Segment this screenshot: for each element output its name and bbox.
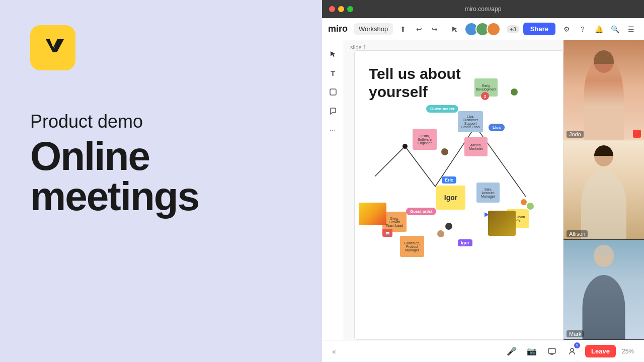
video-name-3: Mark [567, 330, 584, 337]
board-avatar-1 [440, 147, 449, 156]
video-panel-1: Jodo 🚫 [564, 40, 644, 140]
collaborator-avatars [464, 22, 501, 36]
canvas-area[interactable]: slide 1 Tell us about yourself Justin, S… [344, 40, 564, 340]
pill-guest-artist: Guest artist [406, 208, 436, 215]
redo-button[interactable]: ↪ [429, 22, 441, 36]
green-dot [511, 88, 518, 96]
bottom-bar: « 🎤 📷 9 Leave 25% [322, 340, 644, 362]
notification-badge: 2 [481, 92, 489, 100]
undo-button[interactable]: ↩ [413, 22, 425, 36]
camera-button[interactable]: 📷 [525, 344, 539, 358]
mic-button[interactable]: 🎤 [505, 344, 519, 358]
video-name-2: Allison [567, 230, 588, 237]
right-panel: miro.com/app miro Workshop ⬆ ↩ ↪ +3 Shar… [322, 0, 644, 362]
svg-point-1 [403, 144, 408, 149]
sticky-lisa-cs: Lisa, Customer Support Brand Lead [458, 111, 483, 132]
extra-collaborators-badge: +3 [507, 25, 519, 33]
board-avatar-2 [436, 229, 445, 238]
canvas-board[interactable]: Tell us about yourself Justin, Software … [354, 50, 564, 340]
board-avatar-igor [444, 222, 453, 231]
blue-cursor: ▶ [485, 211, 489, 218]
minimize-dot[interactable] [338, 6, 344, 12]
workshop-tab[interactable]: Workshop [354, 23, 393, 35]
main-title: Online meetings [30, 136, 292, 217]
cursor-eric: Eric [442, 176, 456, 184]
participant-count-badge: 9 [574, 342, 580, 348]
board-avatar-3 [526, 202, 535, 211]
left-panel: Product demo Online meetings [0, 0, 322, 362]
video-panels: Jodo 🚫 Allison [564, 40, 644, 340]
miro-logo [30, 25, 75, 70]
red-badge: 📩 [382, 229, 392, 237]
main-content: T ··· slide 1 Tell us about yourself [322, 40, 644, 340]
upload-button[interactable]: ⬆ [397, 22, 409, 36]
photo-nature [488, 211, 516, 236]
browser-window-controls [329, 6, 353, 12]
search-icon[interactable]: 🔍 [608, 22, 622, 36]
slide-label: slide 1 [350, 44, 366, 50]
more-tools[interactable]: ··· [325, 122, 342, 139]
video-name-1: Jodo [567, 131, 584, 138]
miro-toolbar: miro Workshop ⬆ ↩ ↪ +3 Share ⚙ ? 🔔 🔍 ☰ [322, 18, 644, 40]
help-icon[interactable]: ? [576, 22, 590, 36]
maximize-dot[interactable] [347, 6, 353, 12]
miro-logo-icon [40, 36, 66, 60]
pill-lisa: Lisa [489, 124, 505, 131]
sticky-allison: Allison, Marketer [464, 137, 488, 156]
sticky-san: San, Account Manager [476, 183, 500, 203]
sticky-justin: Justin, Software Engineer [413, 129, 437, 150]
pill-guest-maker: Guest maker [426, 105, 458, 113]
sticky-gonzalez: Gonzalez, Product Manager [400, 236, 424, 257]
tools-sidebar: T ··· [322, 40, 344, 340]
sticky-note-tool[interactable] [325, 83, 342, 101]
browser-url: miro.com/app [465, 6, 502, 13]
orange-dot [521, 199, 527, 205]
zoom-level: 25% [622, 348, 638, 355]
sticky-igor: Igor [436, 186, 465, 210]
screen-share-button[interactable] [545, 344, 559, 358]
video-panel-3: Mark [564, 240, 644, 340]
participants-button[interactable]: 9 [565, 344, 579, 358]
video-panel-2: Allison [564, 140, 644, 240]
product-demo-label: Product demo [30, 111, 292, 132]
select-tool[interactable] [325, 45, 342, 62]
settings-icon[interactable]: ⚙ [559, 22, 574, 36]
leave-button[interactable]: Leave [585, 345, 616, 357]
close-dot[interactable] [329, 6, 335, 12]
avatar-3 [487, 22, 501, 36]
toolbar-right-icons: ⚙ ? 🔔 🔍 ☰ [559, 22, 638, 36]
mute-icon: 🚫 [633, 130, 641, 138]
miro-brand: miro [328, 24, 348, 34]
comment-tool[interactable] [325, 103, 342, 120]
svg-rect-0 [330, 89, 336, 95]
share-button[interactable]: Share [523, 23, 555, 35]
board-title: Tell us about yourself [369, 65, 461, 101]
text-tool[interactable]: T [325, 64, 342, 81]
cursor-tool-button[interactable] [449, 22, 461, 36]
photo-yellow [359, 203, 386, 225]
svg-rect-2 [548, 348, 555, 353]
cursor-igor: Igor [458, 239, 472, 246]
svg-point-3 [571, 348, 574, 351]
sidebar-icon[interactable]: ☰ [624, 22, 638, 36]
browser-chrome: miro.com/app [322, 0, 644, 18]
notifications-icon[interactable]: 🔔 [592, 22, 606, 36]
expand-button[interactable]: « [328, 345, 340, 357]
